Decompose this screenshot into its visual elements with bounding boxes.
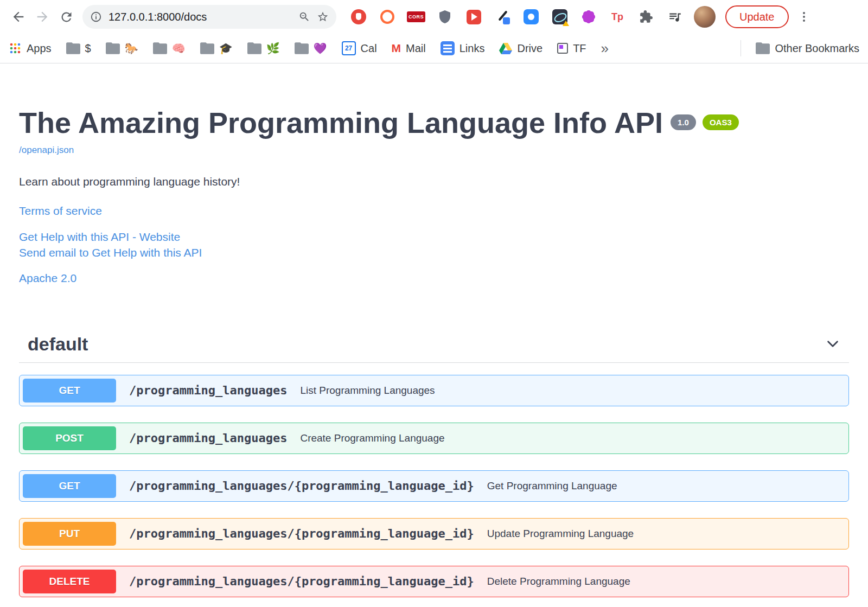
endpoint-row-get-one[interactable]: GET /programming_languages/{programming_…	[19, 470, 849, 502]
browser-toolbar: 127.0.0.1:8000/docs CORS Tp Update	[0, 0, 868, 34]
swagger-ui-page: The Amazing Programming Language Info AP…	[0, 63, 868, 597]
bookmark-folder-label: $	[85, 42, 91, 55]
endpoint-row-get-list[interactable]: GET /programming_languages List Programm…	[19, 375, 849, 406]
media-queue-icon[interactable]	[667, 9, 683, 25]
cors-icon[interactable]: CORS	[408, 9, 424, 25]
other-bookmarks-label: Other Bookmarks	[775, 42, 859, 55]
chat-bubble-icon[interactable]	[379, 9, 395, 25]
tag-section-header[interactable]: default	[19, 334, 849, 363]
method-badge: GET	[23, 379, 116, 402]
bookmark-folder-label: 💜	[314, 42, 327, 55]
endpoint-path: /programming_languages/{programming_lang…	[129, 574, 474, 588]
mail-label: Mail	[406, 42, 426, 55]
bookmark-folder-label: 🌿	[266, 42, 280, 55]
oas-badge: OAS3	[703, 114, 739, 130]
collapse-chevron-icon[interactable]	[825, 336, 840, 352]
bookmark-folder-label: 🎓	[219, 42, 233, 55]
contact-links: Get Help with this API - Website Send em…	[19, 229, 849, 261]
folder-icon	[200, 42, 214, 54]
calendar-label: Cal	[361, 42, 377, 55]
endpoint-path: /programming_languages/{programming_lang…	[129, 479, 474, 493]
operations-list: GET /programming_languages List Programm…	[19, 375, 849, 597]
bookmark-star-icon[interactable]	[317, 11, 329, 23]
endpoint-summary: Create Programming Language	[300, 432, 444, 444]
reload-icon	[59, 10, 74, 24]
endpoint-summary: List Programming Languages	[300, 385, 435, 397]
color-picker-icon[interactable]	[494, 9, 510, 25]
zoom-out-icon[interactable]	[298, 11, 310, 23]
bookmarks-divider	[741, 40, 741, 56]
api-title-text: The Amazing Programming Language Info AP…	[19, 106, 663, 139]
endpoint-row-delete[interactable]: DELETE /programming_languages/{programmi…	[19, 566, 849, 597]
reload-button[interactable]	[54, 5, 78, 29]
update-button[interactable]: Update	[725, 5, 789, 28]
terms-of-service-link[interactable]: Terms of service	[19, 205, 849, 218]
back-arrow-icon	[11, 9, 26, 24]
method-badge: GET	[23, 474, 116, 498]
browser-menu-icon[interactable]	[792, 5, 816, 29]
website-help-link[interactable]: Get Help with this API - Website	[19, 229, 849, 245]
email-help-link[interactable]: Send email to Get Help with this API	[19, 245, 849, 260]
back-button[interactable]	[7, 5, 30, 29]
bookmark-folder-heart[interactable]: 💜	[295, 42, 327, 55]
forward-button[interactable]	[30, 5, 54, 29]
api-description: Learn about programming language history…	[19, 175, 849, 188]
version-badge: 1.0	[671, 114, 696, 130]
apps-shortcut[interactable]: Apps	[9, 42, 52, 55]
endpoint-summary: Get Programming Language	[487, 480, 617, 492]
drive-label: Drive	[517, 42, 542, 55]
license-link[interactable]: Apache 2.0	[19, 272, 849, 285]
bookmark-drive[interactable]: Drive	[499, 42, 542, 55]
apps-label: Apps	[27, 42, 52, 55]
redirect-arrow-icon[interactable]	[465, 9, 482, 25]
flower-icon[interactable]	[580, 9, 597, 25]
forward-arrow-icon	[35, 9, 50, 24]
page-title: The Amazing Programming Language Info AP…	[19, 106, 849, 139]
method-badge: DELETE	[23, 570, 116, 593]
site-info-icon[interactable]	[90, 11, 102, 23]
profile-avatar[interactable]	[694, 6, 716, 28]
endpoint-summary: Update Programming Language	[487, 528, 634, 540]
stop-hand-icon[interactable]	[350, 9, 367, 25]
endpoint-row-post-create[interactable]: POST /programming_languages Create Progr…	[19, 423, 849, 454]
folder-icon	[295, 42, 309, 54]
address-bar[interactable]: 127.0.0.1:8000/docs	[82, 5, 336, 29]
bookmark-folder-plant[interactable]: 🌿	[247, 42, 280, 55]
folder-icon	[247, 42, 261, 54]
folder-icon	[153, 42, 167, 54]
bookmark-calendar[interactable]: 27 Cal	[342, 41, 377, 55]
bookmark-folder-finance[interactable]: $	[66, 42, 91, 55]
openapi-spec-link[interactable]: /openapi.json	[19, 145, 74, 156]
folder-icon	[106, 42, 120, 54]
tf-label: TF	[573, 42, 586, 55]
tf-icon	[557, 43, 568, 54]
other-bookmarks[interactable]: Other Bookmarks	[756, 42, 859, 55]
bookmark-folder-education[interactable]: 🎓	[200, 42, 233, 55]
bookmark-folder-label: 🧠	[172, 42, 186, 55]
url-text[interactable]: 127.0.0.1:8000/docs	[108, 11, 292, 23]
method-badge: PUT	[23, 522, 116, 546]
calendar-icon: 27	[342, 41, 356, 55]
tag-name: default	[28, 334, 88, 355]
bookmark-folder-horse[interactable]: 🐎	[106, 42, 138, 55]
bookmark-links[interactable]: Links	[441, 41, 485, 55]
toggl-icon[interactable]: Tp	[609, 9, 626, 25]
endpoint-path: /programming_languages	[129, 384, 287, 397]
extensions-row: CORS Tp	[350, 9, 683, 25]
method-badge: POST	[23, 426, 116, 450]
puzzle-extensions-icon[interactable]	[638, 9, 654, 25]
privacy-shield-icon[interactable]	[437, 9, 453, 25]
drive-icon	[499, 42, 512, 54]
video-camera-icon[interactable]	[523, 9, 539, 25]
tag-section-default: default GET /programming_languages List …	[19, 334, 849, 597]
bookmark-tf[interactable]: TF	[557, 42, 586, 55]
endpoint-row-put-update[interactable]: PUT /programming_languages/{programming_…	[19, 518, 849, 550]
bookmarks-overflow-chevron[interactable]: »	[601, 40, 609, 57]
endpoint-summary: Delete Programming Language	[487, 576, 630, 587]
bookmark-folder-brain[interactable]: 🧠	[153, 42, 186, 55]
folder-icon	[66, 42, 80, 54]
apps-grid-icon	[9, 42, 22, 55]
bookmark-mail[interactable]: Mail	[392, 42, 426, 55]
gmail-icon	[392, 42, 401, 55]
electron-app-icon[interactable]	[552, 9, 568, 25]
